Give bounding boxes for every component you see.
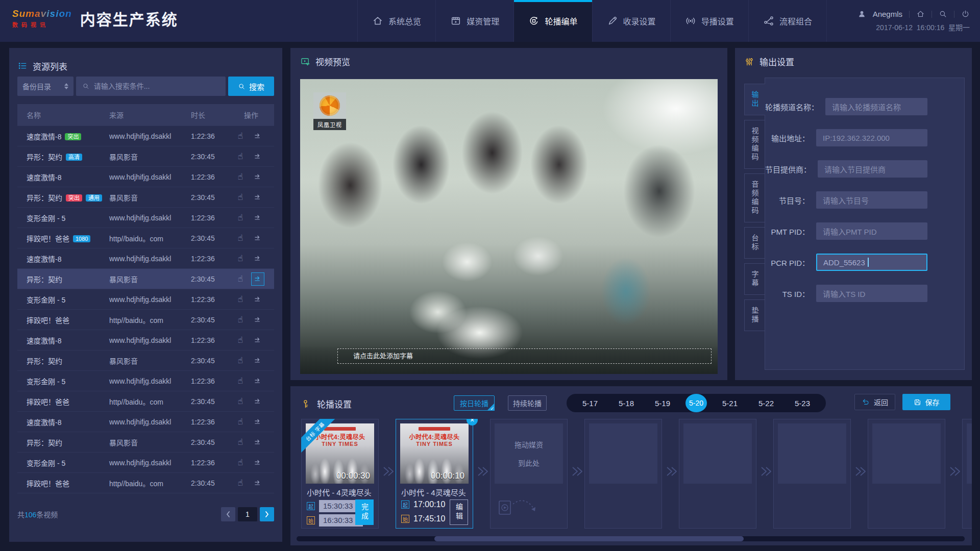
output-tab[interactable]: 输出 [744,84,765,115]
add-to-playlist-icon[interactable] [251,477,264,490]
add-to-playlist-icon[interactable] [251,354,264,367]
table-row[interactable]: 速度激情-8 www.hdjhifjg.dsakkl 1:22:36 ☝ [17,166,274,187]
output-tab[interactable]: 垫播 [744,299,765,331]
add-to-playlist-icon[interactable] [251,374,264,388]
video-player[interactable]: 凤凰卫视 请点击此处添加字幕 [300,79,718,374]
end-time[interactable]: 17:45:10 [413,514,445,523]
table-row[interactable]: 速度激情-8 突出 www.hdjhifjg.dsakkl 1:22:36 ☝ [17,126,274,146]
drop-zone[interactable]: 拖动媒资 到此处 [495,423,563,484]
nav-tab[interactable]: 收录设置 [592,0,670,42]
add-to-playlist-icon[interactable] [251,150,264,163]
hand-pointer-icon[interactable]: ☝ [238,377,243,385]
nav-tab[interactable]: 流程组合 [748,0,827,42]
hand-pointer-icon[interactable]: ☝ [238,234,243,242]
add-to-playlist-icon[interactable] [251,456,264,469]
power-icon[interactable] [961,10,970,18]
edit-button[interactable]: 编辑 [450,499,468,525]
field-input[interactable]: 请输入轮播频道名称 [825,98,927,115]
table-row[interactable]: 变形金刚 - 5 www.hdjhifjg.dsakkl 1:22:36 ☝ [17,452,274,472]
table-row[interactable]: 异形：契约 突出通用 暴风影音 2:30:45 ☝ [17,187,274,207]
playlist-card[interactable]: 台标 字幕 小时代4:灵魂尽头 TINY TIMES 00:00:30 小时代 … [301,419,379,529]
hand-pointer-icon[interactable]: ☝ [238,132,243,140]
add-to-playlist-icon[interactable] [251,170,264,184]
playlist-card[interactable] [773,419,851,529]
hand-pointer-icon[interactable]: ☝ [238,315,243,324]
save-button[interactable]: 保存 [902,394,950,410]
output-tab[interactable]: 视频编码 [744,120,765,169]
hand-pointer-icon[interactable]: ☝ [238,336,243,344]
table-row[interactable]: 异形：契约 高清 暴风影音 2:30:45 ☝ [17,146,274,166]
add-to-playlist-icon[interactable] [251,313,264,327]
hand-pointer-icon[interactable]: ☝ [238,152,243,161]
search-button[interactable]: 搜索 [228,77,274,96]
table-row[interactable]: 变形金刚 - 5 www.hdjhifjg.dsakkl 1:22:36 ☝ [17,370,274,391]
add-to-playlist-icon[interactable] [251,191,264,204]
add-to-playlist-icon[interactable] [251,232,264,245]
hand-pointer-icon[interactable]: ☝ [238,356,243,365]
hand-pointer-icon[interactable]: ☝ [238,213,243,222]
date-tab[interactable]: 5-23 [789,399,816,408]
date-tab[interactable]: 5-20 [685,394,707,412]
nav-tab[interactable]: 轮播编单 [513,0,592,42]
playlist-card[interactable] [962,419,972,529]
date-tab[interactable]: 5-19 [649,399,676,408]
add-to-playlist-icon[interactable] [251,334,264,347]
field-input[interactable]: ADD_55623 [816,254,927,271]
continuous-loop-button[interactable]: 持续轮播 [508,395,547,411]
done-button[interactable]: 完成 [355,499,374,525]
hand-pointer-icon[interactable]: ☝ [238,479,243,487]
add-to-playlist-icon[interactable] [251,130,264,143]
nav-tab[interactable]: 系统总览 [357,0,435,42]
add-to-playlist-icon[interactable] [251,415,264,429]
hand-pointer-icon[interactable]: ☝ [238,417,243,426]
hand-pointer-icon[interactable]: ☝ [238,172,243,181]
add-to-playlist-icon[interactable] [251,252,264,265]
hand-pointer-icon[interactable]: ☝ [238,193,243,202]
table-row[interactable]: 速度激情-8 www.hdjhifjg.dsakkl 1:22:36 ☝ [17,248,274,268]
field-input[interactable]: 请输入节目提供商 [818,160,927,178]
date-tab[interactable]: 5-22 [753,399,779,408]
field-input[interactable]: 请输入PMT PID [816,222,927,240]
field-input[interactable]: 请输入TS ID [816,285,927,302]
table-row[interactable]: 速度激情-8 www.hdjhifjg.dsakkl 1:22:36 ☝ [17,330,274,350]
table-row[interactable]: 摔跤吧！爸爸 http//baidu。com 2:30:45 ☝ [17,391,274,411]
date-tab[interactable]: 5-21 [717,399,743,408]
next-page-button[interactable] [260,507,274,521]
nav-tab[interactable]: 媒资管理 [435,0,513,42]
home-icon[interactable] [916,10,925,18]
output-tab[interactable]: 音频编码 [744,173,765,222]
table-row[interactable]: 摔跤吧！爸爸 http//baidu。com 2:30:45 ☝ [17,309,274,330]
nav-tab[interactable]: 导播设置 [670,0,748,42]
table-row[interactable]: 变形金刚 - 5 www.hdjhifjg.dsakkl 1:22:36 ☝ [17,207,274,228]
add-to-playlist-icon[interactable] [251,211,264,224]
prev-page-button[interactable] [221,507,235,521]
table-row[interactable]: 变形金刚 - 5 www.hdjhifjg.dsakkl 1:22:36 ☝ [17,289,274,309]
table-row[interactable]: 速度激情-8 www.hdjhifjg.dsakkl 1:22:36 ☝ [17,411,274,432]
hand-pointer-icon[interactable]: ☝ [238,274,243,283]
directory-select[interactable]: 备份目录 [17,77,74,96]
playlist-card[interactable]: ✕ 小时代4:灵魂尽头 TINY TIMES 00:00:10 小时代 - 4灵… [396,419,473,529]
date-tab[interactable]: 5-17 [577,399,603,408]
start-time[interactable]: 17:00:10 [413,500,445,509]
search-icon[interactable] [939,10,947,18]
table-row[interactable]: 异形：契约 暴风影音 2:30:45 ☝ [17,432,274,452]
back-button[interactable]: 返回 [854,394,895,410]
add-to-playlist-icon[interactable] [251,436,264,449]
hand-pointer-icon[interactable]: ☝ [238,458,243,467]
scrollbar-thumb[interactable] [434,536,744,541]
hand-pointer-icon[interactable]: ☝ [238,295,243,304]
table-row[interactable]: 异形：契约 暴风影音 2:30:45 ☝ [17,268,274,289]
playlist-card[interactable] [679,419,756,529]
hand-pointer-icon[interactable]: ☝ [238,438,243,446]
add-to-playlist-icon[interactable] [251,272,264,286]
hand-pointer-icon[interactable]: ☝ [238,254,243,263]
playlist-card[interactable]: 拖动媒资 到此处 [490,419,568,529]
add-to-playlist-icon[interactable] [251,293,264,306]
playlist-card[interactable] [584,419,662,529]
output-tab[interactable]: 字幕 [744,263,765,295]
playlist-card[interactable] [868,419,945,529]
table-row[interactable]: 异形：契约 暴风影音 2:30:45 ☝ [17,350,274,370]
add-to-playlist-icon[interactable] [251,395,264,408]
table-row[interactable]: 摔跤吧！爸爸 1080 http//baidu。com 2:30:45 ☝ [17,228,274,248]
output-tab[interactable]: 台标 [744,227,765,259]
